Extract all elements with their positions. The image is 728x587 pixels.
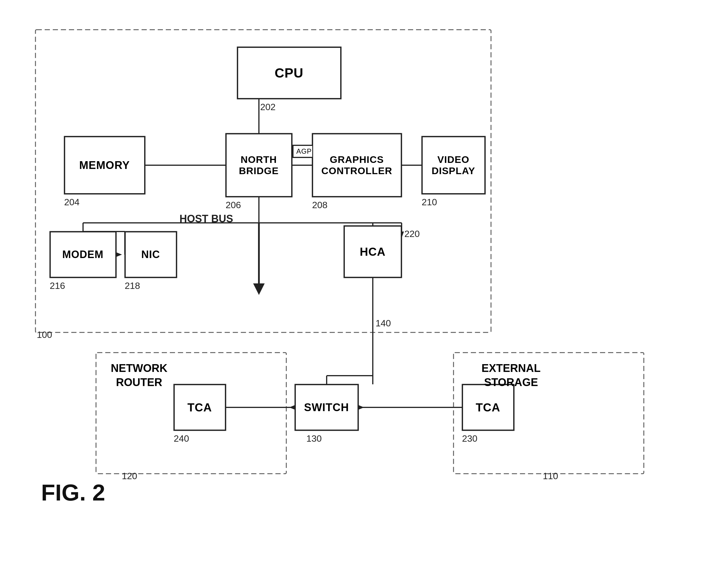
ref-208: 208 bbox=[312, 200, 328, 210]
nic-box: NIC bbox=[125, 232, 177, 278]
switch-label: SWITCH bbox=[304, 401, 349, 414]
graphics-controller-label: GRAPHICSCONTROLLER bbox=[321, 154, 392, 177]
ref-204: 204 bbox=[64, 197, 79, 208]
cpu-box: CPU bbox=[237, 47, 341, 99]
svg-marker-43 bbox=[289, 405, 295, 410]
cpu-label: CPU bbox=[275, 65, 303, 81]
northbridge-label: NORTHBRIDGE bbox=[239, 154, 279, 177]
memory-box: MEMORY bbox=[64, 136, 145, 194]
ref-100: 100 bbox=[37, 330, 52, 340]
connector-lines bbox=[18, 13, 710, 574]
ref-240: 240 bbox=[174, 433, 189, 444]
hca-label: HCA bbox=[360, 245, 386, 258]
ref-218: 218 bbox=[125, 281, 140, 291]
svg-marker-46 bbox=[358, 405, 364, 410]
ref-206: 206 bbox=[226, 200, 241, 210]
ref-210: 210 bbox=[422, 197, 437, 208]
ref-230: 230 bbox=[462, 433, 477, 444]
video-display-box: VIDEODISPLAY bbox=[422, 136, 485, 194]
tca2-box: TCA bbox=[462, 384, 514, 430]
memory-label: MEMORY bbox=[79, 159, 130, 171]
network-router-label: NETWORKROUTER bbox=[102, 361, 177, 390]
modem-box: MODEM bbox=[50, 232, 116, 278]
nic-label: NIC bbox=[141, 249, 160, 261]
tca1-box: TCA bbox=[174, 384, 226, 430]
ref-202: 202 bbox=[260, 102, 276, 113]
svg-marker-39 bbox=[253, 283, 265, 295]
northbridge-box: NORTHBRIDGE bbox=[226, 134, 292, 197]
ref-140: 140 bbox=[376, 318, 391, 329]
figure-label: FIG. 2 bbox=[41, 479, 105, 506]
tca2-label: TCA bbox=[476, 401, 500, 414]
ref-130: 130 bbox=[306, 433, 322, 444]
ref-110: 110 bbox=[543, 471, 558, 482]
modem-label: MODEM bbox=[62, 249, 103, 261]
external-storage-label: EXTERNALSTORAGE bbox=[474, 361, 549, 390]
ref-120: 120 bbox=[122, 471, 137, 482]
diagram-page: CPU 202 NORTHBRIDGE 206 MEMORY 204 AGP G… bbox=[18, 13, 710, 574]
hca-box: HCA bbox=[344, 226, 402, 278]
host-bus-label: HOST BUS bbox=[180, 213, 233, 225]
graphics-controller-box: GRAPHICSCONTROLLER bbox=[312, 134, 402, 197]
switch-box: SWITCH bbox=[295, 384, 358, 430]
ref-216: 216 bbox=[50, 281, 65, 291]
ref-220: 220 bbox=[404, 229, 420, 239]
video-display-label: VIDEODISPLAY bbox=[431, 154, 475, 177]
svg-marker-30 bbox=[116, 252, 122, 257]
tca1-label: TCA bbox=[187, 401, 212, 414]
agp-label: AGP bbox=[297, 147, 312, 156]
